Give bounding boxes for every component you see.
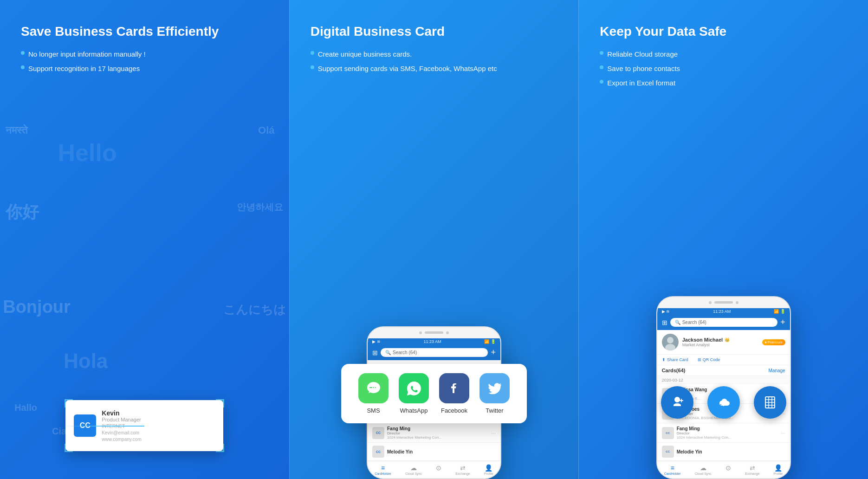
panel-digital-card: Digital Business Card Create unique busi… xyxy=(289,0,579,479)
status-time: 11:23 AM xyxy=(423,339,441,344)
bullet-icon xyxy=(311,65,314,69)
whatsapp-label: WhatsApp xyxy=(400,407,428,414)
share-card-button-3[interactable]: ⬆ Share Card xyxy=(662,357,688,362)
feature-item-7: Export in Excel format xyxy=(600,78,847,88)
tab-cloud-sync[interactable]: ☁ Cloud Sync xyxy=(402,463,426,476)
bullet-icon xyxy=(600,80,603,84)
tab-cloud-sync-3[interactable]: ☁ Cloud Sync xyxy=(691,463,715,476)
list-item-3[interactable]: CC Melodie Yin xyxy=(368,443,500,461)
facebook-icon xyxy=(439,373,469,403)
card-website: www.company.com xyxy=(102,437,215,442)
bullet-icon xyxy=(311,51,314,55)
status-bar: ▶ ≋ 11:23 AM 📶 🔋 xyxy=(368,338,500,345)
main-contact-card-3[interactable]: Jackson Michael 👑 Market Analyst ♦ Premi… xyxy=(657,330,790,355)
camera-icon: ⊙ xyxy=(436,464,441,472)
bg-word-nihao: 你好 xyxy=(6,201,39,224)
list-item-2[interactable]: CC Fang Ming Director 1024 Interactive M… xyxy=(368,423,500,443)
svg-rect-4 xyxy=(680,400,683,401)
status-icons: ▶ ≋ xyxy=(372,339,381,344)
notch-speaker xyxy=(425,331,443,334)
tab-exchange[interactable]: ⇄ Exchange xyxy=(452,463,474,476)
share-app-facebook[interactable]: Facebook xyxy=(439,373,469,414)
nav-grid-icon: ⊞ xyxy=(372,349,378,356)
bg-word-hola: Hola xyxy=(64,350,108,373)
status-battery-3: 📶 🔋 xyxy=(774,309,785,314)
panel-3-title: Keep Your Data Safe xyxy=(600,23,847,40)
panel-1-features: No longer input information manually ! S… xyxy=(21,49,268,73)
status-battery: 📶 🔋 xyxy=(484,339,496,344)
feature-item-4: Support sending cards via SMS, Facebook,… xyxy=(311,64,558,73)
share-app-twitter[interactable]: Twitter xyxy=(479,373,510,414)
qr-code-button-3[interactable]: ⊞ QR Code xyxy=(698,357,720,362)
list-avatar-2: CC xyxy=(372,427,384,439)
bullet-icon xyxy=(21,51,25,55)
feature-item-2: Support recognition in 17 languages xyxy=(21,64,268,73)
bullet-icon xyxy=(600,51,603,55)
tab-cardholder-3[interactable]: ≡ CardHolder xyxy=(661,463,685,476)
tab-camera[interactable]: ⊙ xyxy=(432,463,445,476)
share-app-sms[interactable]: SMS xyxy=(358,373,389,414)
excel-circle[interactable] xyxy=(754,386,786,419)
camera-icon-3: ⊙ xyxy=(725,464,731,472)
list-info-3: Melodie Yin xyxy=(387,449,496,454)
crown-icon-3: 👑 xyxy=(725,337,730,342)
tab-profile[interactable]: 👤 Profile xyxy=(480,463,497,476)
exchange-icon-3: ⇄ xyxy=(750,464,755,472)
phone-nav: ⊞ 🔍 Search (64) + xyxy=(368,345,500,360)
list-item-p3-3[interactable]: CC Fang Ming Director 1024 Interactive M… xyxy=(657,423,790,443)
scan-area: CC Kevin Product Manager INTERNET Kevin@… xyxy=(65,400,223,451)
contact-info-3: Jackson Michael 👑 Market Analyst xyxy=(682,337,758,347)
cloud-circle[interactable] xyxy=(707,386,740,419)
feature-item-1: No longer input information manually ! xyxy=(21,49,268,59)
add-button-3[interactable]: + xyxy=(780,317,785,327)
tab-camera-3[interactable]: ⊙ xyxy=(722,463,735,476)
list-avatar-3: CC xyxy=(372,446,384,458)
search-text-3: Search (64) xyxy=(682,320,706,325)
cloud-icon: ☁ xyxy=(410,464,417,472)
tab-exchange-3[interactable]: ⇄ Exchange xyxy=(741,463,763,476)
tab-profile-3[interactable]: 👤 Profile xyxy=(770,463,787,476)
scan-frame: CC Kevin Product Manager INTERNET Kevin@… xyxy=(65,400,223,451)
phone-nav-3: ⊞ 🔍 Search (64) + xyxy=(657,315,790,330)
profile-icon-3: 👤 xyxy=(774,464,782,472)
list-dots-p3-3: ··· xyxy=(781,430,785,436)
premium-badge-3: ♦ Premium xyxy=(762,339,785,345)
panel-2-title: Digital Business Card xyxy=(311,23,558,40)
status-icons-3: ▶ ≋ xyxy=(662,309,670,314)
phone-notch-3 xyxy=(657,297,790,308)
manage-button[interactable]: Manage xyxy=(769,368,785,373)
list-item-p3-4[interactable]: CC Melodie Yin xyxy=(657,443,790,461)
share-actions-row-3: ⬆ Share Card ⊞ QR Code xyxy=(657,355,790,365)
twitter-icon xyxy=(479,373,510,403)
contact-name-3: Jackson Michael 👑 xyxy=(682,337,758,343)
cards-header: Cards(64) Manage xyxy=(657,365,790,376)
share-app-whatsapp[interactable]: WhatsApp xyxy=(399,373,429,414)
add-button[interactable]: + xyxy=(491,348,496,357)
search-bar[interactable]: 🔍 Search (64) xyxy=(381,348,488,357)
business-card: CC Kevin Product Manager INTERNET Kevin@… xyxy=(65,400,223,451)
bg-word-annyeong: 안녕하세요 xyxy=(237,201,283,214)
tab-cardholder[interactable]: ≡ CardHolder xyxy=(371,463,395,476)
cardholder-icon-3: ≡ xyxy=(671,464,674,472)
cloud-icon-3: ☁ xyxy=(700,464,706,472)
twitter-label: Twitter xyxy=(486,407,503,414)
list-avatar-p3-3: CC xyxy=(662,427,674,439)
contact-role-3: Market Analyst xyxy=(682,343,758,347)
search-bar-3[interactable]: 🔍 Search (64) xyxy=(670,318,777,327)
contacts-circle[interactable] xyxy=(661,386,693,419)
svg-point-12 xyxy=(667,337,674,343)
scan-line xyxy=(65,426,144,427)
panel-3-features: Reliable Cloud storage Save to phone con… xyxy=(600,49,847,88)
card-role: Product Manager xyxy=(102,417,215,422)
date-label-3: 2020-03-12 xyxy=(657,376,790,384)
panel-save-cards: नमस्ते Olá Hello 你好 안녕하세요 Bonjour こんにちは … xyxy=(0,0,289,479)
notch-speaker-3 xyxy=(714,301,733,304)
exchange-icon: ⇄ xyxy=(460,464,466,472)
search-icon-3: 🔍 xyxy=(675,320,680,325)
notch-dot-3 xyxy=(709,301,712,304)
list-info-p3-3: Fang Ming Director 1024 Interactive Mark… xyxy=(677,426,778,440)
bullet-icon xyxy=(21,65,25,69)
notch-dot xyxy=(419,331,422,334)
contact-avatar-3 xyxy=(662,334,679,350)
cardholder-icon: ≡ xyxy=(381,464,385,472)
